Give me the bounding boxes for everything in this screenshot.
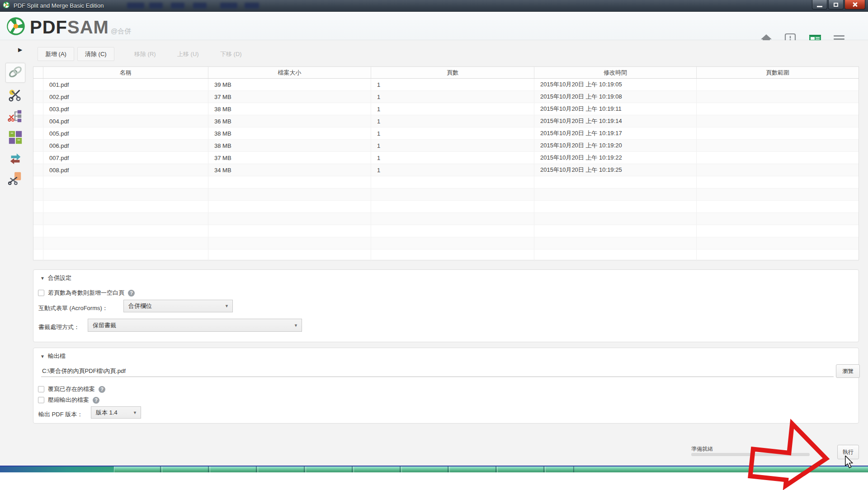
merge-settings-panel: ▼ 合併設定 若頁數為奇數則新增一空白頁 ? 互動式表單 (AcroForms)… [33,269,859,342]
file-name: 007.pdf [43,152,208,164]
sidebar-item-split-by-size[interactable] [5,169,25,189]
pdf-version-dropdown[interactable]: 版本 1.4 ▼ [91,406,141,419]
table-empty-row [33,213,859,225]
file-modified: 2015年10月20日 上午 10:19:17 [534,127,697,140]
acroforms-value: 合併欄位 [128,302,152,310]
sidebar-item-split-by-bookmarks[interactable] [5,107,25,127]
compress-checkbox[interactable] [38,397,44,403]
run-button[interactable]: 執行 [837,445,859,459]
file-range[interactable] [697,152,859,164]
file-pages: 1 [371,140,534,152]
redacted-item [127,3,144,9]
table-empty-row [33,225,859,237]
output-path-input[interactable]: C:\要合併的內頁PDF檔\內頁.pdf [41,365,834,377]
acroforms-dropdown[interactable]: 合併欄位 ▼ [123,300,233,312]
sidebar-item-merge[interactable] [5,63,25,83]
merge-settings-header[interactable]: ▼ 合併設定 [40,274,71,282]
bookmarks-dropdown[interactable]: 保留書籤 ▼ [88,319,302,332]
file-range[interactable] [697,127,859,140]
chevron-down-icon: ▼ [225,304,229,308]
table-row[interactable]: 007.pdf 37 MB 1 2015年10月20日 上午 10:19:22 [33,152,859,164]
taskbar-sliver[interactable] [0,466,868,472]
file-modified: 2015年10月20日 上午 10:19:25 [534,164,697,176]
sidebar-item-split[interactable] [5,85,25,105]
table-row[interactable]: 004.pdf 36 MB 1 2015年10月20日 上午 10:19:14 [33,115,859,127]
help-icon[interactable]: ? [93,397,99,404]
file-pages: 1 [371,127,534,140]
restore-button[interactable] [828,0,844,9]
output-header[interactable]: ▼ 輸出檔 [40,352,66,360]
file-range[interactable] [697,140,859,152]
minimize-button[interactable] [812,0,827,9]
screenshot-margin [0,472,868,490]
brand-text: PDFSAM [30,17,109,38]
window-title: PDF Split and Merge Basic Edition [14,2,104,9]
split-size-icon [8,170,23,188]
collapse-icon: ▼ [40,276,45,281]
sidebar-expander[interactable]: ▶ [18,47,22,53]
table-row[interactable]: 003.pdf 38 MB 1 2015年10月20日 上午 10:19:11 [33,103,859,115]
header-range[interactable]: 頁數範圍 [697,67,859,78]
file-name: 001.pdf [43,79,208,91]
header-name[interactable]: 名稱 [43,67,208,78]
output-panel: ▼ 輸出檔 C:\要合併的內頁PDF檔\內頁.pdf 瀏覽 覆寫已存在的檔案 ?… [33,348,859,424]
file-range[interactable] [697,115,859,127]
blank-page-checkbox[interactable] [38,290,44,296]
table-row[interactable]: 005.pdf 38 MB 1 2015年10月20日 上午 10:19:17 [33,127,859,140]
table-empty-row [33,176,859,188]
table-row[interactable]: 002.pdf 37 MB 1 2015年10月20日 上午 10:19:08 [33,91,859,103]
file-pages: 1 [371,103,534,115]
file-size: 37 MB [208,91,371,103]
compress-label: 壓縮輸出的檔案 [48,396,89,404]
file-range[interactable] [697,164,859,176]
file-range[interactable] [697,79,859,91]
pdf-version-label: 輸出 PDF 版本： [38,410,83,419]
file-pages: 1 [371,79,534,91]
help-icon[interactable]: ? [99,386,105,393]
file-size: 38 MB [208,127,371,140]
add-button[interactable]: 新增 (A) [38,47,74,61]
clear-button[interactable]: 清除 (C) [77,47,114,61]
file-size: 39 MB [208,79,371,91]
minimize-icon [817,6,822,7]
move-up-button: 上移 (U) [170,47,207,61]
overwrite-checkbox[interactable] [38,386,44,392]
merge-settings-title: 合併設定 [48,274,71,282]
file-modified: 2015年10月20日 上午 10:19:08 [534,91,697,103]
table-empty-row [33,250,859,262]
merge-chain-icon [8,64,23,81]
redacted-item [245,3,259,9]
window-titlebar[interactable]: PDF Split and Merge Basic Edition [0,0,868,12]
file-name: 003.pdf [43,103,208,115]
move-down-button: 下移 (D) [212,47,250,61]
split-bookmarks-icon [8,108,23,126]
header-modified[interactable]: 修改時間 [534,67,697,78]
app-icon [3,1,10,10]
workspace: ▶ [0,40,868,466]
file-pages: 1 [371,152,534,164]
mix-icon [8,130,23,147]
split-scissors-icon [8,87,23,104]
help-icon[interactable]: ? [128,290,135,297]
header-pages[interactable]: 頁數 [371,67,534,78]
close-icon [852,1,858,8]
table-row[interactable]: 008.pdf 34 MB 1 2015年10月20日 上午 10:19:25 [33,164,859,176]
pdfsam-logo-icon [6,17,25,38]
output-title: 輸出檔 [48,352,66,360]
close-button[interactable] [844,0,865,9]
header-size[interactable]: 檔案大小 [208,67,371,78]
table-row[interactable]: 001.pdf 39 MB 1 2015年10月20日 上午 10:19:05 [33,79,859,91]
app-header: PDFSAM @合併 [0,12,868,40]
remove-button: 移除 (R) [127,47,164,61]
file-range[interactable] [697,103,859,115]
table-empty-row [33,188,859,201]
table-header-row: 名稱 檔案大小 頁數 修改時間 頁數範圍 [33,67,859,79]
bookmarks-value: 保留書籤 [93,321,116,330]
file-range[interactable] [697,91,859,103]
sidebar-item-alternate-mix[interactable] [5,128,25,148]
chevron-down-icon: ▼ [294,323,298,328]
sidebar-item-rotate[interactable] [5,149,25,169]
table-row[interactable]: 006.pdf 38 MB 1 2015年10月20日 上午 10:19:20 [33,140,859,152]
browse-button[interactable]: 瀏覽 [836,364,860,378]
file-size: 37 MB [208,152,371,164]
